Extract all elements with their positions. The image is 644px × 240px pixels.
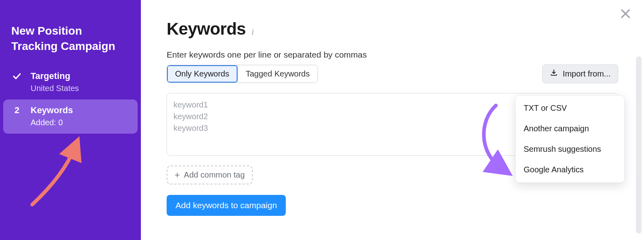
- mode-tagged-keywords[interactable]: Tagged Keywords: [237, 65, 318, 83]
- step-number: 2: [11, 105, 23, 116]
- close-button[interactable]: [619, 7, 632, 22]
- import-menu-google-analytics[interactable]: Google Analytics: [516, 159, 624, 180]
- step-sub: Added: 0: [11, 116, 130, 127]
- instruction-text: Enter keywords one per line or separated…: [167, 50, 618, 60]
- plus-icon: +: [175, 171, 180, 180]
- step-sub: United States: [11, 81, 130, 93]
- page-title: Keywords: [167, 19, 246, 39]
- import-menu-semrush-suggestions[interactable]: Semrush suggestions: [516, 139, 624, 159]
- import-from-button[interactable]: Import from...: [542, 64, 618, 83]
- add-common-tag-label: Add common tag: [184, 170, 245, 180]
- step-keywords[interactable]: 2 Keywords Added: 0: [3, 99, 138, 134]
- wizard-sidebar: New Position Tracking Campaign Targeting…: [0, 0, 141, 240]
- import-menu: TXT or CSV Another campaign Semrush sugg…: [515, 95, 625, 183]
- import-menu-another-campaign[interactable]: Another campaign: [516, 118, 624, 139]
- sidebar-title: New Position Tracking Campaign: [0, 23, 141, 65]
- check-icon: [11, 71, 23, 81]
- import-from-label: Import from...: [563, 69, 611, 79]
- step-label: Keywords: [31, 105, 73, 116]
- info-icon[interactable]: i: [252, 27, 254, 36]
- mode-only-keywords[interactable]: Only Keywords: [167, 65, 237, 83]
- step-targeting[interactable]: Targeting United States: [0, 65, 141, 99]
- mode-segmented-control: Only Keywords Tagged Keywords: [167, 65, 318, 83]
- download-icon: [550, 69, 558, 79]
- add-common-tag-button[interactable]: + Add common tag: [167, 166, 253, 184]
- scrollbar[interactable]: [636, 56, 642, 234]
- step-label: Targeting: [31, 71, 70, 81]
- import-menu-txt-csv[interactable]: TXT or CSV: [516, 98, 624, 118]
- add-keywords-button[interactable]: Add keywords to campaign: [167, 195, 286, 216]
